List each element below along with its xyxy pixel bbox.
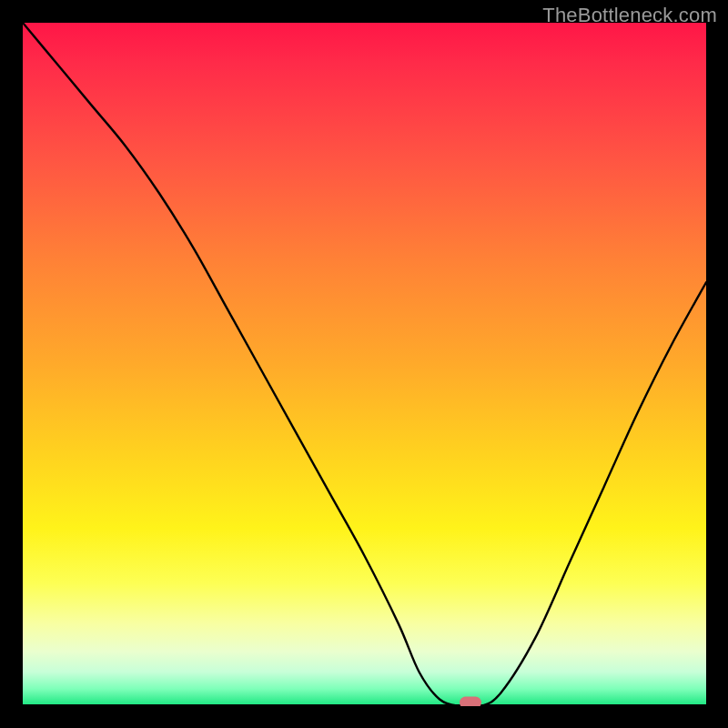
plot-area [23, 23, 706, 706]
chart-frame: TheBottleneck.com [0, 0, 728, 728]
watermark-text: TheBottleneck.com [542, 4, 717, 27]
bottleneck-curve [23, 23, 706, 706]
optimal-point-marker [460, 697, 481, 706]
